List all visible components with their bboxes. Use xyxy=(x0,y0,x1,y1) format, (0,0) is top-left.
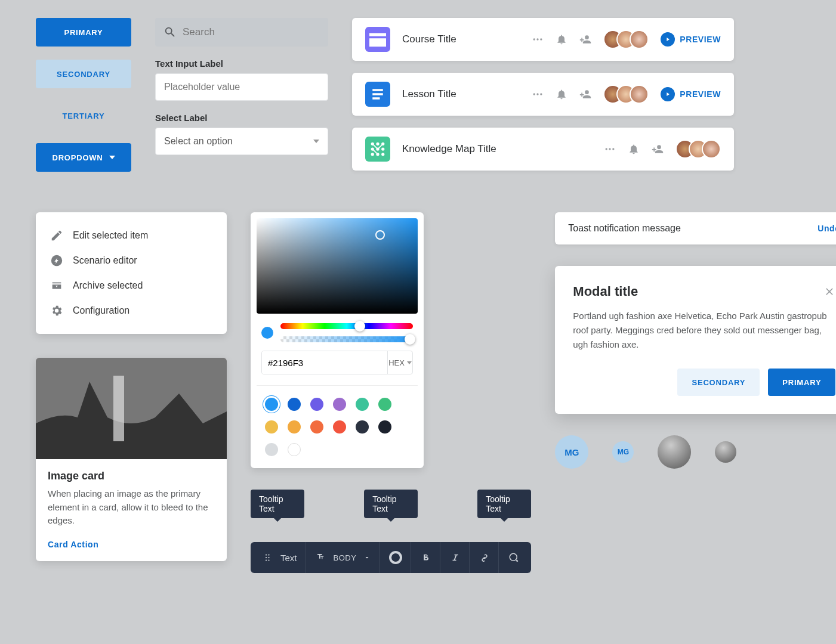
search-input[interactable] xyxy=(155,18,328,47)
color-swatch[interactable] xyxy=(333,398,346,411)
color-swatch[interactable] xyxy=(265,420,278,434)
list-item-icon xyxy=(365,27,390,52)
list-card[interactable]: Lesson Title PREVIEW xyxy=(352,73,734,116)
more-icon[interactable] xyxy=(532,88,544,100)
format-select[interactable]: HEX xyxy=(387,351,412,374)
bolt-icon xyxy=(50,254,63,267)
select-input[interactable]: Select an option xyxy=(155,128,328,155)
color-swatch[interactable] xyxy=(378,398,391,411)
svg-point-12 xyxy=(371,153,374,156)
text-input[interactable] xyxy=(155,73,328,101)
avatar-photo-large xyxy=(658,435,691,469)
avatar-stack xyxy=(603,30,649,49)
svg-point-21 xyxy=(266,554,267,555)
svg-rect-20 xyxy=(113,376,124,441)
context-menu: Edit selected item Scenario editor Archi… xyxy=(36,212,227,334)
toast-undo[interactable]: Undo xyxy=(818,224,836,233)
color-area[interactable] xyxy=(257,218,418,314)
color-swatch[interactable] xyxy=(288,398,301,411)
preview-button[interactable]: PREVIEW xyxy=(661,32,721,47)
chevron-down-icon xyxy=(363,552,371,563)
card-image xyxy=(36,358,227,459)
card-body: When placing an image as the primary ele… xyxy=(48,487,215,528)
svg-point-26 xyxy=(268,559,269,561)
svg-point-24 xyxy=(268,554,269,555)
menu-config[interactable]: Configuration xyxy=(36,298,227,323)
bell-icon[interactable] xyxy=(628,143,640,155)
color-picker: HEX xyxy=(251,212,424,468)
svg-point-0 xyxy=(533,38,535,40)
select-label: Select Label xyxy=(155,113,328,123)
current-color-swatch xyxy=(261,327,273,339)
color-swatch[interactable] xyxy=(265,443,278,456)
archive-icon xyxy=(50,279,63,292)
list-card[interactable]: Knowledge Map Title xyxy=(352,128,734,171)
italic-icon xyxy=(450,552,461,563)
primary-button[interactable]: Primary xyxy=(36,18,131,47)
svg-point-4 xyxy=(537,93,539,95)
image-card: Image card When placing an image as the … xyxy=(36,358,227,561)
link-button[interactable] xyxy=(471,542,499,573)
svg-point-5 xyxy=(540,93,542,95)
avatar-initials-large: MG xyxy=(555,435,588,469)
list-item-icon xyxy=(365,137,390,162)
more-icon[interactable] xyxy=(532,33,544,45)
color-swatch[interactable] xyxy=(356,420,369,434)
secondary-button[interactable]: Secondary xyxy=(36,60,131,88)
modal-secondary-button[interactable]: Secondary xyxy=(677,369,760,396)
add-user-icon[interactable] xyxy=(652,143,664,155)
avatar-examples: MG MG xyxy=(555,435,836,469)
search-icon xyxy=(164,26,177,39)
menu-scenario[interactable]: Scenario editor xyxy=(36,248,227,273)
preview-button[interactable]: PREVIEW xyxy=(661,87,721,101)
modal-body: Portland ugh fashion axe Helvetica, Echo… xyxy=(573,309,835,352)
color-swatch[interactable] xyxy=(310,420,323,434)
menu-archive[interactable]: Archive selected xyxy=(36,273,227,298)
color-swatch[interactable] xyxy=(288,420,301,434)
color-swatch[interactable] xyxy=(310,398,323,411)
italic-button[interactable] xyxy=(442,542,470,573)
list-card[interactable]: Course Title PREVIEW xyxy=(352,18,734,61)
svg-point-22 xyxy=(266,557,267,558)
card-title: Image card xyxy=(48,470,215,482)
avatar-photo-small xyxy=(715,441,736,463)
add-user-icon[interactable] xyxy=(579,33,591,45)
color-swatch[interactable] xyxy=(356,398,369,411)
tertiary-button[interactable]: Tertiary xyxy=(36,101,131,130)
svg-point-16 xyxy=(609,148,610,150)
bold-button[interactable] xyxy=(412,542,440,573)
svg-point-1 xyxy=(537,38,539,40)
avatar-initials-small: MG xyxy=(612,441,634,463)
color-swatch[interactable] xyxy=(288,443,301,456)
bold-icon xyxy=(421,552,431,563)
color-button[interactable] xyxy=(381,542,411,573)
menu-edit[interactable]: Edit selected item xyxy=(36,223,227,248)
tooltip: Tooltip Text xyxy=(364,490,418,518)
link-icon xyxy=(479,552,490,563)
bell-icon[interactable] xyxy=(556,33,567,45)
color-swatch[interactable] xyxy=(333,420,346,434)
modal-title: Modal title xyxy=(573,284,638,299)
alpha-slider[interactable] xyxy=(280,336,413,342)
list-item-icon xyxy=(365,82,390,107)
gear-icon xyxy=(50,304,63,317)
bell-icon[interactable] xyxy=(556,88,567,100)
dropdown-button[interactable]: Dropdown xyxy=(36,143,131,172)
type-style-select[interactable]: Body xyxy=(307,542,380,573)
search-field[interactable] xyxy=(183,26,320,38)
color-swatch[interactable] xyxy=(378,420,391,434)
hex-input[interactable] xyxy=(262,351,387,374)
hue-slider[interactable] xyxy=(280,323,413,329)
modal-primary-button[interactable]: Primary xyxy=(768,369,835,396)
card-action[interactable]: Card Action xyxy=(48,540,215,549)
close-icon[interactable] xyxy=(823,286,835,298)
avatar-stack xyxy=(675,140,721,159)
add-button[interactable] xyxy=(500,542,527,573)
add-user-icon[interactable] xyxy=(579,88,591,100)
color-swatch[interactable] xyxy=(265,398,278,411)
pencil-icon xyxy=(50,229,63,242)
more-icon[interactable] xyxy=(604,143,616,155)
text-size-icon xyxy=(316,552,326,563)
svg-point-2 xyxy=(540,38,542,40)
drag-handle[interactable]: Text xyxy=(254,542,306,573)
